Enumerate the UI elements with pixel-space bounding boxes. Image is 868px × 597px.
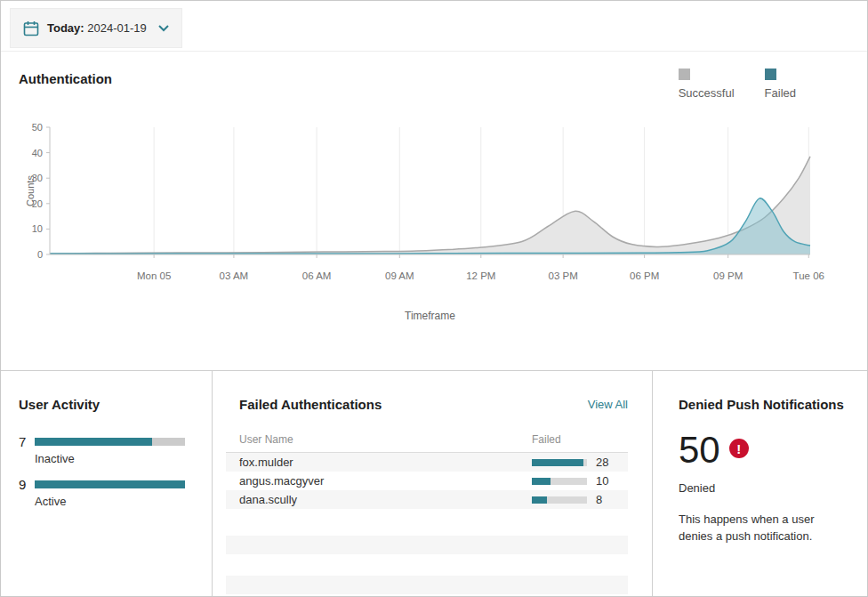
user-name: dana.scully xyxy=(239,493,532,506)
failed-bar-fill xyxy=(532,478,551,485)
user-activity-panel: User Activity 7 Inactive 9 Active xyxy=(1,371,212,596)
chart-x-axis-title: Timeframe xyxy=(50,310,810,322)
alert-exclamation-icon: ! xyxy=(729,439,749,458)
empty-table-stripe xyxy=(226,536,628,554)
active-count: 9 xyxy=(19,477,35,492)
failed-bar xyxy=(532,496,587,504)
denied-push-panel: Denied Push Notifications 50 ! Denied Th… xyxy=(653,371,868,596)
legend-item-failed[interactable]: Failed xyxy=(765,69,796,100)
failed-swatch-icon xyxy=(765,69,776,80)
user-activity-row-inactive: 7 Inactive xyxy=(19,434,185,465)
svg-text:50: 50 xyxy=(32,122,43,133)
date-picker[interactable]: Today: 2024-01-19 xyxy=(10,8,182,48)
user-activity-row-active: 9 Active xyxy=(19,477,185,508)
column-header-user-name: User Name xyxy=(239,433,532,446)
failed-count: 10 xyxy=(596,474,628,488)
failed-authentications-table: User Name Failed fox.mulder 28 angus.mac… xyxy=(226,433,628,509)
user-name: angus.macgyver xyxy=(239,474,532,488)
inactive-bar xyxy=(35,438,185,446)
svg-text:06 PM: 06 PM xyxy=(630,270,659,281)
failed-bar xyxy=(532,459,587,466)
failed-authentications-title: Failed Authentications xyxy=(239,397,382,412)
failed-authentications-panel: Failed Authentications View All User Nam… xyxy=(212,371,653,596)
svg-text:Counts: Counts xyxy=(25,175,36,206)
user-activity-title: User Activity xyxy=(19,397,100,412)
inactive-bar-fill xyxy=(35,438,152,446)
svg-text:12 PM: 12 PM xyxy=(466,270,495,281)
table-header-row: User Name Failed xyxy=(226,433,628,453)
legend-item-successful[interactable]: Successful xyxy=(679,69,735,100)
active-bar xyxy=(35,480,185,488)
failed-count: 28 xyxy=(596,456,628,469)
denied-description: This happens when a user denies a push n… xyxy=(679,512,849,545)
svg-text:09 PM: 09 PM xyxy=(713,270,743,281)
denied-count: 50 xyxy=(679,432,720,469)
table-row[interactable]: angus.macgyver 10 xyxy=(226,472,628,490)
legend-label: Successful xyxy=(679,86,735,100)
svg-text:03 PM: 03 PM xyxy=(549,270,578,281)
failed-count: 8 xyxy=(596,493,628,506)
chevron-down-icon xyxy=(158,25,169,32)
svg-text:0: 0 xyxy=(37,249,43,260)
date-picker-label: Today: 2024-01-19 xyxy=(47,21,147,35)
inactive-count: 7 xyxy=(19,434,35,449)
failed-bar-fill xyxy=(532,459,583,466)
table-row[interactable]: fox.mulder 28 xyxy=(226,453,628,472)
legend-label: Failed xyxy=(765,86,796,100)
failed-bar xyxy=(532,478,587,485)
user-name: fox.mulder xyxy=(239,456,532,469)
view-all-link[interactable]: View All xyxy=(588,398,628,411)
denied-push-title: Denied Push Notifications xyxy=(679,397,844,412)
calendar-icon xyxy=(23,20,39,36)
active-label: Active xyxy=(35,495,185,508)
svg-text:09 AM: 09 AM xyxy=(385,270,414,281)
authentication-chart: 01020304050Mon 0503 AM06 AM09 AM12 PM03 … xyxy=(1,121,868,299)
failed-bar-fill xyxy=(532,496,547,504)
svg-text:Tue 06: Tue 06 xyxy=(793,270,824,281)
authentication-section-title: Authentication xyxy=(19,71,112,86)
svg-text:03 AM: 03 AM xyxy=(220,270,249,281)
header-divider xyxy=(1,51,867,52)
denied-label: Denied xyxy=(679,481,715,495)
svg-text:40: 40 xyxy=(32,148,43,158)
svg-text:10: 10 xyxy=(32,223,43,234)
svg-text:Mon 05: Mon 05 xyxy=(137,270,171,281)
table-row[interactable]: dana.scully 8 xyxy=(226,490,628,509)
inactive-label: Inactive xyxy=(35,452,185,465)
active-bar-fill xyxy=(35,480,185,488)
successful-swatch-icon xyxy=(679,69,690,80)
empty-table-stripe xyxy=(226,576,628,594)
dashboard-page: Today: 2024-01-19 Authentication Success… xyxy=(0,0,868,597)
column-header-failed: Failed xyxy=(532,433,628,446)
chart-legend: Successful Failed xyxy=(679,69,796,100)
svg-text:06 AM: 06 AM xyxy=(302,270,332,281)
